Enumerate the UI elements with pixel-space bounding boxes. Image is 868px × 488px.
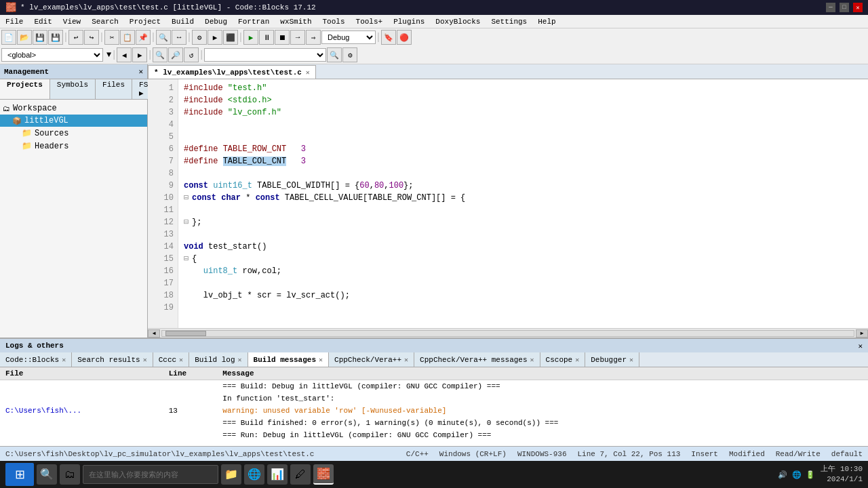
taskbar-taskview-icon[interactable]: 🗂 — [60, 464, 80, 485]
debug-step-button[interactable]: → — [290, 30, 305, 45]
build-target-combo[interactable]: Debug Release — [321, 30, 376, 44]
management-close-icon[interactable]: ✕ — [138, 67, 143, 76]
refresh-button[interactable]: ↺ — [184, 47, 199, 62]
menu-wxsmith[interactable]: wxSmith — [275, 15, 317, 28]
menu-search[interactable]: Search — [86, 15, 124, 28]
bottom-tab-codeblocks[interactable]: Code::Blocks ✕ — [0, 352, 72, 367]
symbol-search-button[interactable]: 🔍 — [327, 47, 342, 62]
forward-button[interactable]: ▶ — [132, 47, 147, 62]
menu-build[interactable]: Build — [166, 15, 199, 28]
zoom-in-button[interactable]: 🔍 — [153, 47, 167, 62]
cut-button[interactable]: ✂ — [104, 30, 119, 45]
symbol-combo[interactable] — [204, 48, 326, 62]
editor-tab-test-c[interactable]: * lv_examples\lv_apps\test\test.c ✕ — [148, 65, 316, 79]
code-content[interactable]: #include "test.h" #include <stdio.h> #in… — [178, 79, 868, 328]
bottom-tab-search-close[interactable]: ✕ — [143, 356, 147, 364]
project-tree: 🗂 Workspace 📦 littleVGL Sources Headers — [0, 100, 147, 338]
back-button[interactable]: ◀ — [117, 47, 132, 62]
scroll-thumb[interactable] — [165, 331, 206, 336]
stop-button[interactable]: ⬛ — [223, 30, 238, 45]
taskbar-excel-icon[interactable]: 📊 — [267, 464, 288, 485]
start-button[interactable]: ⊞ — [5, 463, 34, 486]
menu-help[interactable]: Help — [532, 15, 561, 28]
code-scrollbar-horizontal[interactable]: ◂ ▸ — [148, 328, 868, 338]
bottom-tab-codeblocks-close[interactable]: ✕ — [62, 356, 66, 364]
bottom-tab-debugger[interactable]: Debugger ✕ — [585, 352, 639, 367]
menu-view[interactable]: View — [58, 15, 86, 28]
bottom-tab-cppcheck-close[interactable]: ✕ — [404, 356, 408, 364]
editor-tab-close[interactable]: ✕ — [306, 68, 310, 77]
taskbar-search-input[interactable] — [83, 465, 218, 484]
save-button[interactable]: 💾 — [33, 30, 47, 45]
bottom-tab-cscope-close[interactable]: ✕ — [575, 356, 579, 364]
breakpoint-button[interactable]: 🔴 — [397, 30, 412, 45]
minimize-button[interactable]: ─ — [826, 3, 835, 12]
debug-stop-button[interactable]: ⏹ — [275, 30, 290, 45]
scroll-track[interactable] — [161, 330, 854, 337]
taskbar-word-icon[interactable]: 🖊 — [290, 464, 311, 485]
bottom-tab-cccc[interactable]: Cccc ✕ — [153, 352, 189, 367]
bottom-tab-buildlog-close[interactable]: ✕ — [238, 356, 242, 364]
menu-project[interactable]: Project — [124, 15, 166, 28]
save-all-button[interactable]: 💾 — [48, 30, 63, 45]
debug-pause-button[interactable]: ⏸ — [259, 30, 274, 45]
zoom-out-button[interactable]: 🔎 — [168, 47, 183, 62]
taskbar-explorer-icon[interactable]: 📁 — [221, 464, 241, 485]
build-button[interactable]: ⚙ — [192, 30, 207, 45]
workspace-icon: 🗂 — [3, 104, 10, 113]
bottom-tab-search[interactable]: Search results ✕ — [72, 352, 153, 367]
bottom-tab-buildmsg-close[interactable]: ✕ — [319, 356, 323, 364]
tab-files[interactable]: Files — [96, 79, 132, 99]
bottom-panel-close-icon[interactable]: ✕ — [858, 342, 863, 350]
menu-fortran[interactable]: Fortran — [233, 15, 275, 28]
tree-littlevgl[interactable]: 📦 littleVGL — [0, 115, 147, 127]
sep6 — [376, 30, 380, 45]
title-bar-controls[interactable]: ─ □ ✕ — [826, 3, 863, 12]
bottom-tab-buildlog[interactable]: Build log ✕ — [189, 352, 248, 367]
debug-next-button[interactable]: ⇒ — [306, 30, 321, 45]
menu-settings[interactable]: Settings — [486, 15, 532, 28]
close-button[interactable]: ✕ — [853, 3, 863, 12]
open-file-button[interactable]: 📂 — [17, 30, 32, 45]
taskbar-codeblocks-icon[interactable]: 🧱 — [313, 464, 334, 485]
debug-run-button[interactable]: ▶ — [243, 30, 258, 45]
scope-combo[interactable]: <global> — [1, 48, 103, 62]
bottom-tab-cppcheck-msg[interactable]: CppCheck/Vera++ messages ✕ — [414, 352, 540, 367]
bottom-tab-cppcheck-msg-close[interactable]: ✕ — [530, 356, 534, 364]
new-file-button[interactable]: 📄 — [1, 30, 16, 45]
taskbar-browser-icon[interactable]: 🌐 — [244, 464, 264, 485]
scroll-right-button[interactable]: ▸ — [856, 329, 868, 338]
tree-headers[interactable]: Headers — [0, 140, 147, 152]
tab-projects[interactable]: Projects — [0, 79, 50, 99]
find-button[interactable]: 🔍 — [156, 30, 171, 45]
menu-doxyblocks[interactable]: DoxyBlocks — [430, 15, 486, 28]
settings-button[interactable]: ⚙ — [342, 47, 357, 62]
menu-tools[interactable]: Tools — [317, 15, 351, 28]
bottom-tab-buildmsg[interactable]: Build messages ✕ — [248, 352, 329, 367]
paste-button[interactable]: 📌 — [136, 30, 151, 45]
menu-tools-plus[interactable]: Tools+ — [351, 15, 389, 28]
bottom-tab-cppcheck[interactable]: CppCheck/Vera++ ✕ — [329, 352, 414, 367]
menu-debug[interactable]: Debug — [199, 15, 233, 28]
run-button[interactable]: ▶ — [208, 30, 222, 45]
taskbar-search-icon[interactable]: 🔍 — [37, 464, 57, 485]
redo-button[interactable]: ↪ — [84, 30, 99, 45]
bottom-tab-debugger-close[interactable]: ✕ — [629, 356, 633, 364]
scroll-left-button[interactable]: ◂ — [148, 329, 160, 338]
bottom-tab-cccc-close[interactable]: ✕ — [179, 356, 183, 364]
bottom-tab-cscope[interactable]: Cscope ✕ — [540, 352, 586, 367]
log-row-5-line — [163, 429, 218, 441]
menu-file[interactable]: File — [0, 15, 28, 28]
code-editor[interactable]: 12345 678910 1112131415 16171819 #includ… — [148, 79, 868, 328]
bookmark-button[interactable]: 🔖 — [381, 30, 396, 45]
copy-button[interactable]: 📋 — [120, 30, 135, 45]
tab-symbols[interactable]: Symbols — [50, 79, 96, 99]
undo-button[interactable]: ↩ — [68, 30, 83, 45]
menu-plugins[interactable]: Plugins — [388, 15, 430, 28]
replace-button[interactable]: ↔ — [172, 30, 186, 45]
tree-workspace[interactable]: 🗂 Workspace — [0, 102, 147, 115]
tree-sources[interactable]: Sources — [0, 127, 147, 140]
log-table: File Line Message === Build: Debug in li… — [0, 367, 868, 441]
maximize-button[interactable]: □ — [840, 3, 849, 12]
menu-edit[interactable]: Edit — [28, 15, 57, 28]
